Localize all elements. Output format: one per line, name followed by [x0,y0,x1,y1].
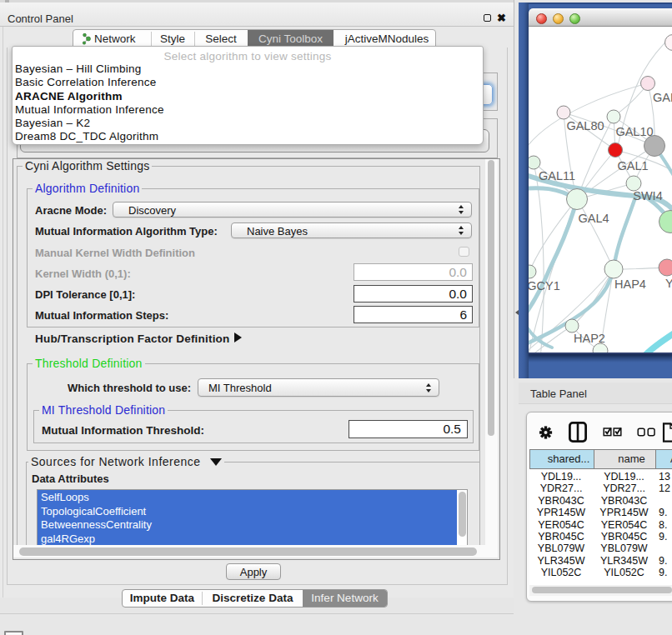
svg-text:GAL10: GAL10 [615,125,653,138]
svg-text:GAL11: GAL11 [539,169,575,182]
svg-text:SWI4: SWI4 [633,189,662,202]
svg-text:GAL4: GAL4 [578,212,609,225]
svg-text:YE: YE [665,277,672,290]
svg-text:HAP2: HAP2 [574,332,605,345]
svg-text:HAP4: HAP4 [614,278,646,291]
svg-text:GAL1: GAL1 [617,159,648,172]
svg-text:GCY1: GCY1 [529,279,560,292]
svg-text:GAL80: GAL80 [566,119,604,132]
svg-text:GAL7: GAL7 [653,91,672,104]
